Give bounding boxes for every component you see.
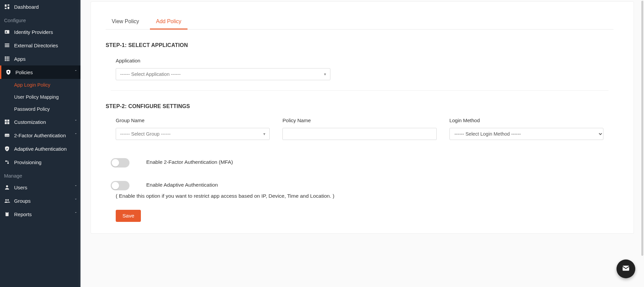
sidebar-item-label: Groups [14,198,31,204]
sidebar-item-provisioning[interactable]: Provisioning [0,155,80,169]
chevron-down-icon: ˇ [75,70,76,75]
tab-add-policy[interactable]: Add Policy [150,15,187,30]
sidebar-sub-user-policy-mapping[interactable]: User Policy Mapping [0,91,80,103]
application-label: Application [116,58,330,63]
svg-rect-9 [5,46,9,47]
application-select[interactable]: ------ Select Application ------ ▾ [116,68,330,80]
svg-rect-21 [7,119,9,122]
sidebar: Dashboard Configure Identity Providers E… [0,0,80,287]
login-method-label: Login Method [449,117,603,123]
svg-rect-32 [6,212,8,213]
sidebar-item-adaptive-auth[interactable]: Adaptive Authentication [0,142,80,155]
enable-mfa-label: Enable 2-Factor Authentication (MFA) [146,158,233,166]
sidebar-item-label: Reports [14,211,32,217]
policy-tabs: View Policy Add Policy [106,15,613,30]
svg-point-19 [8,71,9,73]
svg-rect-10 [5,56,6,58]
sidebar-item-groups[interactable]: Groups ˇ [0,194,80,207]
svg-rect-2 [8,7,9,9]
svg-rect-0 [5,4,6,7]
chat-fab[interactable] [616,259,635,278]
two-factor-icon: 123 [4,132,10,138]
svg-rect-12 [8,56,9,58]
tab-view-policy[interactable]: View Policy [106,15,145,29]
svg-text:123: 123 [5,135,9,137]
svg-rect-15 [8,58,9,60]
group-name-select[interactable]: ------ Select Group ------ ▾ [116,128,270,140]
sidebar-sub-password-policy[interactable]: Password Policy [0,103,80,115]
svg-rect-23 [7,122,9,124]
svg-rect-31 [6,212,9,216]
sidebar-item-identity-providers[interactable]: Identity Providers [0,25,80,39]
sidebar-item-label: Apps [14,56,25,62]
svg-rect-3 [5,8,6,9]
sidebar-item-2fa[interactable]: 123 2-Factor Authentication ˇ [0,129,80,142]
sidebar-item-apps[interactable]: Apps [0,52,80,65]
svg-point-30 [7,199,9,201]
application-select-value: ------ Select Application ------ [120,71,180,77]
scrollbar-thumb[interactable] [641,1,643,256]
svg-rect-16 [5,60,6,61]
chevron-down-icon: ˇ [75,133,76,138]
svg-point-27 [7,162,9,164]
dashboard-icon [4,4,10,10]
save-button[interactable]: Save [116,210,141,222]
sidebar-item-customization[interactable]: Customization ˇ [0,115,80,129]
svg-point-28 [6,185,8,187]
svg-rect-18 [8,60,9,61]
list-icon [4,42,10,48]
sidebar-item-policies[interactable]: Policies ˇ [0,65,80,79]
sidebar-item-label: Customization [14,119,46,125]
sidebar-item-label: Adaptive Authentication [14,146,67,152]
svg-rect-13 [5,58,6,60]
id-card-icon [4,29,10,35]
enable-adaptive-toggle[interactable] [111,181,129,190]
svg-point-5 [6,31,7,32]
chevron-down-icon: ˇ [75,212,76,217]
svg-rect-6 [6,33,7,33]
svg-rect-1 [8,4,9,6]
step2-title: STEP-2: CONFIGURE SETTINGS [106,103,613,109]
sidebar-item-users[interactable]: Users ˇ [0,181,80,194]
svg-rect-11 [7,56,8,58]
step1-title: STEP-1: SELECT APPLICATION [106,42,613,48]
user-icon [4,184,10,190]
main-content: View Policy Add Policy STEP-1: SELECT AP… [80,0,644,287]
policy-name-label: Policy Name [282,117,436,123]
sidebar-section-manage: Manage [0,169,80,181]
enable-mfa-toggle[interactable] [111,158,129,168]
enable-adaptive-label: Enable Adaptive Authentication [146,181,361,189]
chevron-down-icon: ▾ [324,72,326,77]
svg-rect-22 [5,122,7,124]
divider [111,90,608,91]
svg-rect-8 [5,45,9,46]
sidebar-item-reports[interactable]: Reports ˇ [0,207,80,221]
sidebar-item-label: Policies [15,69,33,75]
sidebar-sub-app-login-policy[interactable]: App Login Policy [0,79,80,91]
shield-check-icon [4,146,10,152]
policy-name-input[interactable] [287,128,432,140]
svg-point-26 [5,160,7,162]
shield-policy-icon [5,69,11,75]
chevron-down-icon: ˇ [75,185,76,190]
provisioning-icon [4,159,10,165]
sidebar-item-label: External Directories [14,43,58,48]
sidebar-item-label: Identity Providers [14,29,53,35]
sidebar-section-configure: Configure [0,13,80,25]
enable-adaptive-help: ( Enable this option if you want to rest… [106,193,361,199]
group-name-select-value: ------ Select Group ------ [120,131,171,137]
svg-rect-4 [5,30,9,34]
sidebar-item-dashboard[interactable]: Dashboard [0,0,80,13]
sidebar-item-label: 2-Factor Authentication [14,133,66,138]
clipboard-icon [4,211,10,217]
svg-rect-20 [5,119,7,122]
page-scrollbar[interactable] [641,0,643,287]
svg-rect-14 [7,58,8,60]
login-method-select[interactable]: ------ Select Login Method ------ [449,128,603,140]
chevron-down-icon: ˇ [75,119,76,124]
sidebar-item-external-directories[interactable]: External Directories [0,39,80,52]
customize-icon [4,119,10,125]
sidebar-item-label: Dashboard [14,4,39,10]
policy-name-input-wrap [282,128,436,140]
chevron-down-icon: ▾ [263,132,265,136]
